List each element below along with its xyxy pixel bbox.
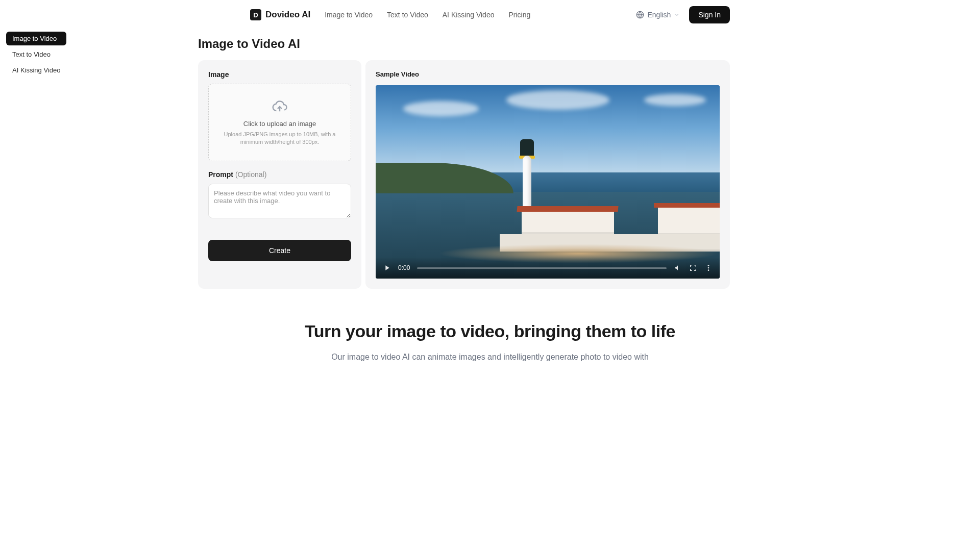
upload-title: Click to upload an image [216,120,344,128]
nav-image-to-video[interactable]: Image to Video [325,11,373,19]
sample-panel: Sample Video [365,60,730,289]
video-progress[interactable] [417,267,667,269]
side-tab-text-to-video[interactable]: Text to Video [6,47,66,61]
main: Image to Video AI Image Click to upload … [118,30,862,289]
fullscreen-icon[interactable] [689,264,697,272]
top-nav: Image to Video Text to Video AI Kissing … [325,11,530,19]
video-buildings [500,193,720,252]
nav-ai-kissing-video[interactable]: AI Kissing Video [443,11,495,19]
volume-icon[interactable] [674,264,682,272]
globe-icon [636,11,644,19]
header: D Dovideo AI Image to Video Text to Vide… [118,0,862,30]
language-label: English [647,11,671,19]
image-dropzone[interactable]: Click to upload an image Upload JPG/PNG … [208,84,351,161]
upload-subtitle: Upload JPG/PNG images up to 10MB, with a… [216,131,344,146]
side-tab-image-to-video[interactable]: Image to Video [6,32,66,45]
svg-point-3 [708,269,709,271]
image-field-label: Image [208,70,351,79]
hero-title: Turn your image to video, bringing them … [132,321,848,341]
prompt-optional-text: (Optional) [235,170,266,179]
chevron-down-icon [674,12,680,18]
svg-point-2 [708,267,709,269]
brand-logo[interactable]: D Dovideo AI [250,9,310,20]
play-icon[interactable] [383,264,391,272]
svg-point-1 [708,265,709,266]
side-tabs: Image to Video Text to Video AI Kissing … [6,32,66,79]
prompt-textarea[interactable] [208,184,351,218]
nav-text-to-video[interactable]: Text to Video [387,11,428,19]
nav-pricing[interactable]: Pricing [508,11,530,19]
prompt-field-label: Prompt (Optional) [208,170,351,179]
input-panel: Image Click to upload an image Upload JP… [198,60,361,289]
language-selector[interactable]: English [636,11,680,19]
video-sky [376,85,720,172]
create-button[interactable]: Create [208,240,351,261]
logo-icon: D [250,9,261,20]
video-time: 0:00 [398,264,410,271]
page-title: Image to Video AI [198,37,730,51]
side-tab-ai-kissing-video[interactable]: AI Kissing Video [6,63,66,77]
hero: Turn your image to video, bringing them … [0,321,980,362]
sample-video-label: Sample Video [376,70,720,78]
hero-sub: Our image to video AI can animate images… [327,353,653,362]
more-icon[interactable] [704,264,713,272]
video-controls: 0:00 [376,257,720,279]
brand-name: Dovideo AI [265,10,310,20]
sample-video[interactable]: 0:00 [376,85,720,279]
prompt-label-text: Prompt [208,170,233,179]
cloud-upload-icon [272,98,288,115]
signin-button[interactable]: Sign In [689,6,730,23]
